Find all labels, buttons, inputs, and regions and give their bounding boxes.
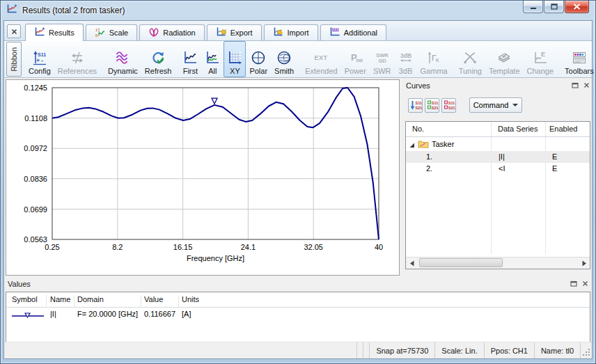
results-chart-icon [34, 26, 45, 39]
column-divider [74, 295, 74, 308]
row-enabled: E [552, 164, 557, 173]
radiation-pattern-icon [148, 26, 159, 39]
s11s21-enable-button[interactable]: S11S21 [425, 98, 439, 113]
svg-text:EXT: EXT [315, 54, 328, 61]
svg-text:bal: bal [356, 58, 363, 63]
statusbar-spacer [4, 342, 356, 358]
tab-export[interactable]: Export [207, 24, 262, 40]
values-panel: Values Symbol Name Domain Value Units [4, 278, 592, 345]
power-label: Power [345, 67, 366, 75]
tab-results[interactable]: Results [25, 24, 84, 41]
curve-path [52, 88, 379, 239]
row-enabled: E [552, 152, 557, 161]
curve-row-2[interactable]: 2. <I E [406, 163, 590, 175]
horizontal-scrollbar[interactable] [406, 257, 590, 269]
scrollbar-thumb[interactable] [419, 258, 503, 267]
client-area: Ribbon Results 10 Scale Radiation Export… [3, 20, 593, 359]
close-panel-icon[interactable] [583, 81, 590, 90]
curves-panel-titlebar[interactable]: Curves [402, 79, 593, 92]
values-panel-titlebar[interactable]: Values [4, 278, 592, 290]
ribbon-side-tab[interactable]: Ribbon [6, 42, 22, 77]
refresh-icon [150, 48, 166, 67]
dynamic-waves-icon [115, 48, 130, 67]
extended-ext-icon: EXT [313, 48, 329, 67]
first-button[interactable]: First [179, 41, 201, 77]
y-tick-label: 0.0699 [24, 205, 47, 214]
statusbar-empty-cell [363, 342, 369, 358]
window-title: Results (total 2 from tasker) [22, 6, 125, 15]
svg-text:-: - [41, 57, 43, 64]
swr-button[interactable]: SWRGD SWR [370, 41, 395, 77]
refresh-button[interactable]: Refresh [141, 41, 175, 77]
tab-export-label: Export [230, 29, 253, 37]
command-dropdown[interactable]: Command [469, 97, 522, 113]
tuning-button[interactable]: Tuning [455, 41, 485, 77]
column-divider [178, 295, 179, 308]
curve-row-1[interactable]: 1. |I| E [406, 151, 590, 163]
tab-scale[interactable]: 10 Scale [86, 24, 138, 40]
tasker-folder-icon [418, 140, 429, 150]
minimize-button[interactable] [523, 1, 543, 13]
tab-radiation[interactable]: Radiation [139, 24, 204, 40]
tab-scale-label: Scale [109, 29, 129, 37]
toolbars-label: Toolbars [565, 67, 594, 75]
tab-additional[interactable]: Additional [320, 24, 386, 40]
chart-panel: 0.258.216.1524.132.05400.12450.11080.097… [6, 79, 400, 276]
smith-label: Smith [274, 67, 294, 75]
maximize-button[interactable] [544, 1, 564, 13]
change-button[interactable]: E Change [524, 41, 558, 77]
scroll-right-icon[interactable] [578, 258, 590, 269]
gamma-icon: ΓK [426, 48, 441, 67]
scale-axis-icon: 10 [95, 26, 106, 39]
statusbar-snap: Snap at=75730 [369, 342, 434, 358]
import-chart-icon [273, 26, 284, 39]
svg-text:GD: GD [378, 58, 386, 64]
curves-table: No. Data Series Enabled Tasker 1. |I| E [405, 121, 590, 269]
scroll-left-icon[interactable] [406, 258, 418, 269]
s11s21-disable-button[interactable]: S11S21 [441, 98, 456, 113]
toolbars-button[interactable]: Toolbars [561, 41, 596, 77]
close-panel-icon[interactable] [582, 280, 588, 288]
dynamic-button[interactable]: Dynamic [104, 41, 141, 77]
smith-button[interactable]: Smith [271, 41, 297, 77]
xy-button[interactable]: XY [224, 41, 246, 77]
x-tick-label: 40 [375, 243, 383, 251]
tab-import[interactable]: Import [264, 24, 318, 40]
command-label: Command [473, 101, 509, 109]
xy-chart[interactable]: 0.258.216.1524.132.05400.12450.11080.097… [6, 80, 399, 275]
y-tick-label: 0.1245 [24, 84, 47, 92]
s11s21-sort-button[interactable]: S11S21 [408, 98, 423, 113]
all-charts-icon [205, 48, 220, 67]
threedb-label: 3dB [399, 67, 413, 75]
resize-grip[interactable] [580, 342, 592, 358]
gamma-label: Gamma [421, 67, 448, 75]
row-series: <I [499, 164, 505, 173]
references-button[interactable]: References [54, 41, 100, 77]
title-bar[interactable]: Results (total 2 from tasker) [1, 1, 595, 20]
float-panel-icon[interactable] [572, 81, 579, 90]
expand-triangle-icon[interactable] [409, 141, 415, 150]
col-value: Value [144, 295, 163, 303]
ribbon-close-button[interactable] [7, 24, 21, 38]
toolbars-palette-icon [572, 48, 587, 67]
svg-text:S11: S11 [431, 101, 437, 105]
col-data-series: Data Series [498, 125, 538, 133]
template-button[interactable]: Template [485, 41, 524, 77]
value-row[interactable]: |I| F= 20.0000 [GHz] 0.116667 [A] [6, 308, 590, 321]
x-axis-label: Frequency [GHz] [187, 254, 244, 262]
scrollbar-track[interactable] [418, 258, 578, 269]
all-button[interactable]: All [201, 41, 224, 77]
config-button[interactable]: S11+- Config [25, 41, 54, 77]
x-tick-label: 0.25 [45, 243, 59, 251]
extended-button[interactable]: EXT Extended [301, 41, 340, 77]
value-domain: F= 20.0000 [GHz] [77, 310, 138, 318]
threedb-button[interactable]: 3dB 3dB [395, 41, 417, 77]
polar-button[interactable]: Polar [246, 41, 271, 77]
threedb-icon: 3dB [398, 48, 414, 67]
close-button[interactable] [565, 1, 589, 13]
gamma-button[interactable]: ΓK Gamma [417, 41, 451, 77]
group-row-tasker[interactable]: Tasker [406, 139, 590, 150]
col-name: Name [50, 295, 70, 303]
float-panel-icon[interactable] [570, 280, 577, 288]
power-button[interactable]: Pbal Power [341, 41, 370, 77]
